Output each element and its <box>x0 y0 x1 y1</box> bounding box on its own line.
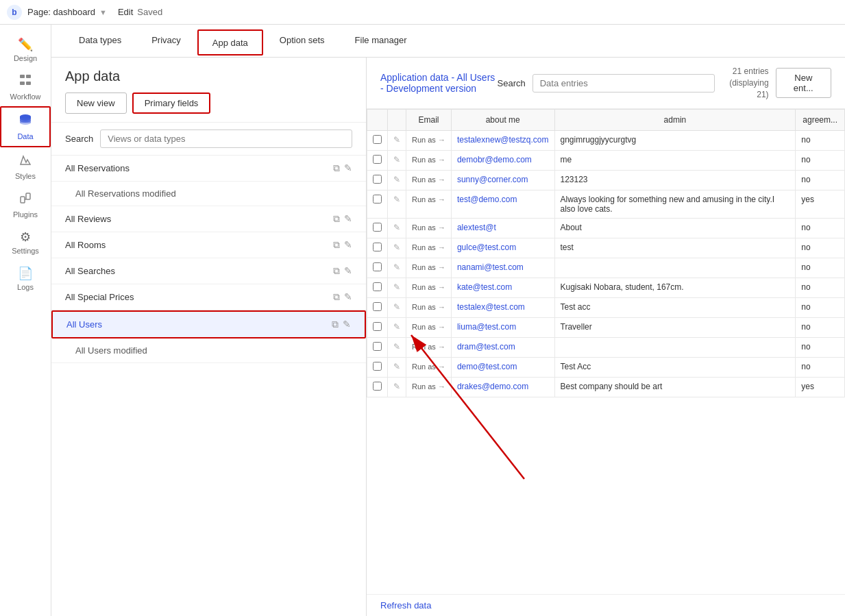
tab-file-manager[interactable]: File manager <box>341 25 421 58</box>
list-item-all-reservations-modified[interactable]: All Reservations modified <box>51 182 366 206</box>
run-as-button[interactable]: Run as → <box>412 223 445 232</box>
edit-pencil-icon[interactable]: ✎ <box>393 342 400 352</box>
row-checkbox[interactable] <box>367 378 388 397</box>
run-as-button[interactable]: Run as → <box>412 362 445 371</box>
edit-icon[interactable]: ✎ <box>344 162 352 174</box>
sidebar-item-styles[interactable]: Styles <box>0 147 51 186</box>
tab-app-data[interactable]: App data <box>197 29 263 56</box>
sidebar-item-data[interactable]: Data <box>0 106 51 147</box>
row-email: kate@test.com <box>451 278 554 298</box>
email-value[interactable]: testalex@test.com <box>457 302 525 312</box>
edit-icon[interactable]: ✎ <box>344 239 352 251</box>
copy-icon[interactable]: ⧉ <box>333 213 340 225</box>
edit-pencil-icon[interactable]: ✎ <box>393 302 400 312</box>
table-row: ✎ Run as → liuma@test.com Traveller no <box>367 318 845 338</box>
row-checkbox[interactable] <box>367 338 388 358</box>
edit-icon[interactable]: ✎ <box>344 213 352 225</box>
edit-pencil-icon[interactable]: ✎ <box>393 322 400 332</box>
edit-pencil-icon[interactable]: ✎ <box>393 155 400 164</box>
copy-icon[interactable]: ⧉ <box>332 319 339 330</box>
copy-icon[interactable]: ⧉ <box>333 239 340 251</box>
row-checkbox[interactable] <box>367 238 388 258</box>
edit-pencil-icon[interactable]: ✎ <box>393 135 400 145</box>
run-as-button[interactable]: Run as → <box>412 175 445 184</box>
copy-icon[interactable]: ⧉ <box>333 291 340 303</box>
sidebar-item-workflow[interactable]: Workflow <box>0 68 51 106</box>
row-checkbox[interactable] <box>367 298 388 318</box>
new-view-button[interactable]: New view <box>65 93 127 114</box>
email-value[interactable]: testalexnew@testzq.com <box>457 135 549 145</box>
row-checkbox[interactable] <box>367 151 388 171</box>
edit-icon[interactable]: ✎ <box>344 265 352 277</box>
email-value[interactable]: demobr@demo.com <box>457 155 532 164</box>
run-as-button[interactable]: Run as → <box>412 323 445 331</box>
row-checkbox[interactable] <box>367 258 388 278</box>
email-value[interactable]: dram@test.com <box>457 342 515 352</box>
new-entry-button[interactable]: New ent... <box>776 68 831 98</box>
email-value[interactable]: gulce@test.com <box>457 243 516 252</box>
row-checkbox[interactable] <box>367 219 388 238</box>
refresh-data-link[interactable]: Refresh data <box>367 594 845 616</box>
email-value[interactable]: kate@test.com <box>457 282 512 292</box>
run-as-button[interactable]: Run as → <box>412 156 445 164</box>
edit-pencil-icon[interactable]: ✎ <box>393 382 400 391</box>
email-value[interactable]: alextest@t <box>457 223 496 232</box>
edit-pencil-icon[interactable]: ✎ <box>393 195 400 204</box>
tab-option-sets[interactable]: Option sets <box>266 25 339 58</box>
edit-pencil-icon[interactable]: ✎ <box>393 223 400 232</box>
data-search-input[interactable] <box>532 74 715 93</box>
edit-label[interactable]: Edit <box>118 7 133 17</box>
tab-data-types[interactable]: Data types <box>65 25 135 58</box>
run-as-button[interactable]: Run as → <box>412 343 445 351</box>
row-checkbox[interactable] <box>367 190 388 219</box>
edit-icon[interactable]: ✎ <box>343 319 351 330</box>
row-checkbox[interactable] <box>367 358 388 378</box>
copy-icon[interactable]: ⧉ <box>333 265 340 277</box>
email-value[interactable]: test@demo.com <box>457 195 517 204</box>
page-dropdown-arrow[interactable]: ▼ <box>99 8 107 16</box>
run-as-button[interactable]: Run as → <box>412 243 445 251</box>
edit-icon[interactable]: ✎ <box>344 291 352 303</box>
row-checkbox[interactable] <box>367 318 388 338</box>
svg-rect-0 <box>20 75 25 78</box>
data-table: Email about me admin agreem... ✎ Run as … <box>367 109 845 397</box>
list-item-all-users-modified[interactable]: All Users modified <box>51 338 366 363</box>
email-value[interactable]: sunny@corner.com <box>457 175 528 184</box>
page-label: Page: dashboard <box>27 7 95 17</box>
row-checkbox[interactable] <box>367 171 388 190</box>
sidebar-item-plugins[interactable]: Plugins <box>0 186 51 224</box>
edit-pencil-icon[interactable]: ✎ <box>393 262 400 272</box>
list-item-all-searches[interactable]: All Searches ⧉ ✎ <box>51 258 366 284</box>
email-value[interactable]: drakes@demo.com <box>457 382 528 391</box>
tab-privacy[interactable]: Privacy <box>138 25 195 58</box>
run-as-button[interactable]: Run as → <box>412 382 445 391</box>
list-item-all-reviews[interactable]: All Reviews ⧉ ✎ <box>51 206 366 232</box>
run-as-button[interactable]: Run as → <box>412 136 445 144</box>
list-item-all-rooms[interactable]: All Rooms ⧉ ✎ <box>51 232 366 258</box>
row-checkbox[interactable] <box>367 278 388 298</box>
row-checkbox[interactable] <box>367 131 388 151</box>
edit-pencil-icon[interactable]: ✎ <box>393 175 400 184</box>
email-value[interactable]: nanami@test.com <box>457 262 524 272</box>
edit-pencil-icon[interactable]: ✎ <box>393 282 400 292</box>
email-value[interactable]: demo@test.com <box>457 362 517 371</box>
list-item-all-reservations[interactable]: All Reservations ⧉ ✎ <box>51 156 366 182</box>
edit-pencil-icon[interactable]: ✎ <box>393 362 400 371</box>
sidebar-item-design[interactable]: ✏️ Design <box>0 32 51 68</box>
sidebar-item-settings[interactable]: ⚙ Settings <box>0 224 51 260</box>
views-search-input[interactable] <box>100 130 352 148</box>
run-as-button[interactable]: Run as → <box>412 303 445 311</box>
entries-count-container: 21 entries (displaying 21) <box>722 66 769 100</box>
run-as-button[interactable]: Run as → <box>412 263 445 271</box>
edit-pencil-icon[interactable]: ✎ <box>393 243 400 252</box>
app-logo: b <box>7 5 22 20</box>
email-value[interactable]: liuma@test.com <box>457 322 516 332</box>
sidebar-item-logs[interactable]: 📄 Logs <box>0 260 51 297</box>
primary-fields-button[interactable]: Primary fields <box>132 93 211 114</box>
copy-icon[interactable]: ⧉ <box>333 162 340 174</box>
run-as-button[interactable]: Run as → <box>412 283 445 291</box>
run-as-button[interactable]: Run as → <box>412 195 445 204</box>
list-item-all-special-prices[interactable]: All Special Prices ⧉ ✎ <box>51 284 366 310</box>
left-panel: App data New view Primary fields Search … <box>51 58 367 616</box>
list-item-all-users[interactable]: All Users ⧉ ✎ <box>51 310 366 338</box>
